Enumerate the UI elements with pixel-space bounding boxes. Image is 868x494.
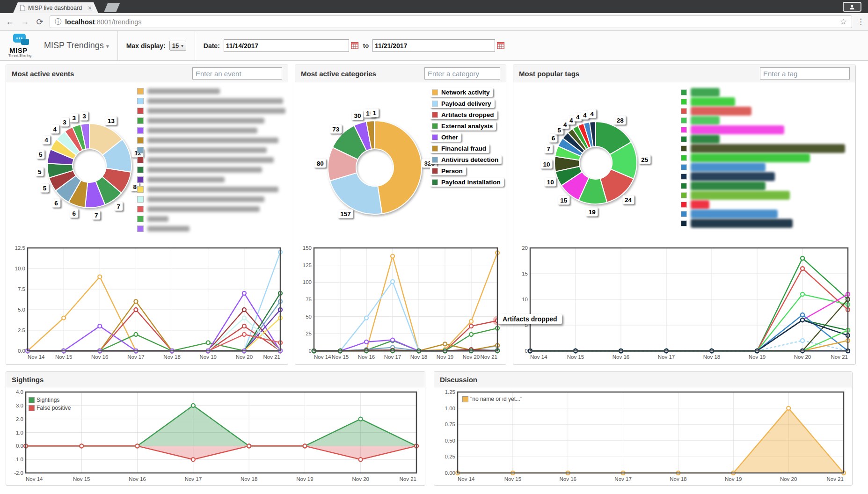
- svg-text:1.0: 1.0: [16, 430, 23, 436]
- tags-line-chart[interactable]: 05101520Nov 14Nov 15Nov 16Nov 17Nov 18No…: [516, 245, 855, 364]
- tab-close-icon[interactable]: ×: [88, 5, 92, 11]
- events-legend: [137, 88, 285, 235]
- new-tab-button[interactable]: [104, 3, 120, 12]
- event-legend-item[interactable]: [137, 98, 285, 104]
- event-legend-item[interactable]: [137, 206, 285, 212]
- event-legend-item[interactable]: [137, 137, 285, 144]
- event-legend-item[interactable]: [137, 127, 285, 134]
- url-text: localhost:8001/trendings: [65, 18, 142, 26]
- redacted-tag-pill: [691, 107, 751, 116]
- tag-legend-item[interactable]: [681, 154, 845, 161]
- browser-toolbar: ← → ⟳ ⓘ localhost:8001/trendings ☆ ⋮: [0, 13, 868, 31]
- redacted-event-name: [147, 187, 278, 192]
- url-bar[interactable]: ⓘ localhost:8001/trendings ☆: [50, 15, 852, 28]
- legend-color-swatch: [681, 202, 687, 208]
- event-legend-item[interactable]: [137, 147, 285, 153]
- categories-line-chart[interactable]: 0255075100125150Nov 14Nov 15Nov 16Nov 17…: [299, 245, 506, 364]
- legend-color-swatch: [432, 168, 438, 174]
- browser-menu-icon[interactable]: ⋮: [857, 17, 863, 27]
- event-legend-item[interactable]: [137, 216, 285, 222]
- event-legend-item[interactable]: [137, 225, 285, 232]
- category-legend-item[interactable]: Antivirus detection: [430, 155, 502, 164]
- sightings-chart[interactable]: -2.0-1.00.01.02.03.04.0Nov 14Nov 15Nov 1…: [10, 388, 425, 487]
- event-legend-item[interactable]: [137, 108, 285, 114]
- tag-legend-item[interactable]: [681, 192, 845, 198]
- discussion-chart[interactable]: 0.000.250.500.751.001.25Nov 14Nov 15Nov …: [438, 388, 852, 487]
- svg-text:15: 15: [522, 271, 528, 276]
- event-search-input[interactable]: [192, 67, 282, 80]
- redacted-tag-pill: [691, 153, 810, 162]
- date-to-input[interactable]: [372, 39, 495, 52]
- misp-logo[interactable]: MISP Threat Sharing: [6, 33, 36, 59]
- redacted-tag-pill: [691, 97, 735, 106]
- tags-donut-chart[interactable]: 2825241915101076544444: [513, 82, 672, 243]
- event-legend-item[interactable]: [137, 167, 285, 173]
- tag-legend-item[interactable]: [681, 211, 845, 217]
- category-legend-item[interactable]: Payload installation: [430, 178, 504, 187]
- bookmark-star-icon[interactable]: ☆: [840, 17, 847, 27]
- category-legend-label: Payload delivery: [441, 100, 491, 107]
- category-legend-item[interactable]: Financial fraud: [430, 144, 489, 153]
- back-icon[interactable]: ←: [5, 17, 15, 27]
- donut-value-label: 3: [70, 114, 79, 123]
- tag-search-input[interactable]: [760, 67, 850, 80]
- event-legend-item[interactable]: [137, 186, 285, 193]
- donut-value-label: 3: [60, 118, 69, 127]
- artifacts-dropped-tooltip: Artifacts dropped: [498, 314, 562, 324]
- tag-legend-item[interactable]: [681, 164, 845, 170]
- tag-legend-item[interactable]: [681, 173, 845, 180]
- browser-tab[interactable]: MISP live dashboard ×: [13, 2, 98, 13]
- donut-value-label: 6: [549, 133, 558, 142]
- tag-legend-item[interactable]: [681, 126, 845, 133]
- forward-icon[interactable]: →: [20, 17, 30, 27]
- legend-color-swatch: [681, 211, 687, 217]
- event-legend-item[interactable]: [137, 176, 285, 183]
- event-legend-item[interactable]: [137, 157, 285, 163]
- event-legend-item[interactable]: [137, 88, 285, 94]
- category-legend-label: Network activity: [441, 89, 490, 96]
- date-from-input[interactable]: [224, 39, 349, 52]
- page-info-icon[interactable]: ⓘ: [55, 18, 61, 26]
- redacted-event-name: [147, 196, 264, 202]
- tag-legend-item[interactable]: [681, 182, 845, 189]
- category-search-input[interactable]: [424, 67, 500, 80]
- tag-legend-item[interactable]: [681, 145, 845, 152]
- tag-legend-item[interactable]: [681, 98, 845, 105]
- svg-text:3.0: 3.0: [16, 403, 23, 408]
- calendar-icon[interactable]: [351, 42, 358, 49]
- reload-icon[interactable]: ⟳: [35, 17, 45, 27]
- tag-legend-item[interactable]: [681, 220, 845, 226]
- svg-text:Nov 16: Nov 16: [91, 354, 108, 360]
- calendar-icon[interactable]: [497, 42, 504, 49]
- event-legend-item[interactable]: [137, 196, 285, 203]
- category-legend-item[interactable]: External analysis: [430, 122, 496, 131]
- tag-legend-item[interactable]: [681, 108, 845, 114]
- donut-value-label: 3: [80, 111, 88, 120]
- donut-value-label: 73: [330, 124, 342, 133]
- tag-legend-item[interactable]: [681, 89, 845, 95]
- category-legend-item[interactable]: Payload delivery: [430, 99, 495, 108]
- svg-text:12.5: 12.5: [15, 245, 25, 251]
- donut-value-label: 80: [314, 159, 326, 167]
- events-line-chart[interactable]: 0.02.55.07.510.012.5Nov 14Nov 15Nov 16No…: [10, 245, 288, 364]
- donut-value-label: 19: [586, 207, 598, 216]
- event-legend-item[interactable]: [137, 117, 285, 124]
- tag-legend-item[interactable]: [681, 117, 845, 124]
- category-legend-item[interactable]: Artifacts dropped: [430, 110, 497, 119]
- category-legend-item[interactable]: Network activity: [430, 88, 493, 97]
- tag-legend-item[interactable]: [681, 136, 845, 142]
- legend-color-swatch: [137, 108, 144, 114]
- browser-titlebar: MISP live dashboard ×: [0, 0, 868, 13]
- redacted-tag-pill: [691, 172, 775, 181]
- legend-color-swatch: [432, 134, 438, 140]
- svg-text:Nov 20: Nov 20: [780, 476, 797, 482]
- category-legend-item[interactable]: Other: [430, 133, 461, 142]
- donut-value-label: 4: [42, 136, 51, 145]
- max-display-select[interactable]: 15 ▾: [169, 41, 186, 51]
- tag-legend-item[interactable]: [681, 201, 845, 208]
- legend-color-swatch: [681, 183, 687, 189]
- category-legend-item[interactable]: Person: [430, 167, 466, 175]
- svg-text:Nov 16: Nov 16: [129, 476, 146, 482]
- browser-profile-button[interactable]: [843, 2, 861, 12]
- nav-trendings-dropdown[interactable]: MISP Trendings ▾: [44, 41, 109, 51]
